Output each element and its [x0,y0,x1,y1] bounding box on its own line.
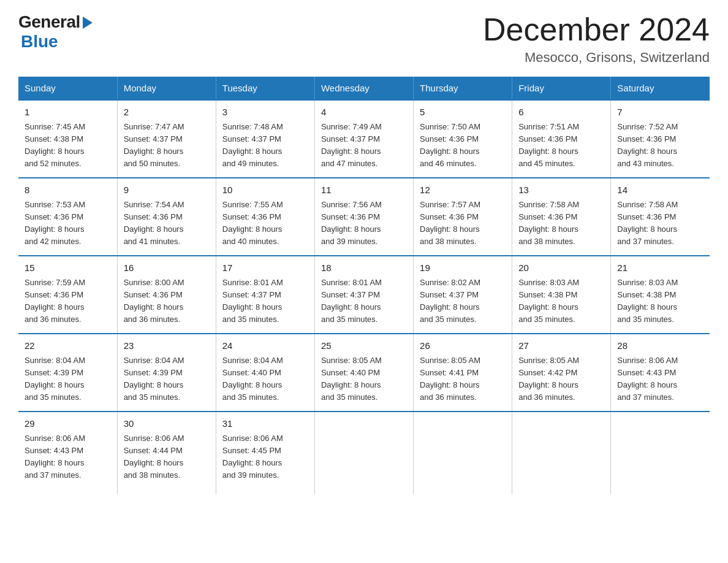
day-number: 22 [25,339,111,353]
day-number: 9 [124,183,210,197]
day-info: Sunrise: 8:00 AMSunset: 4:36 PMDaylight:… [124,277,210,326]
day-info: Sunrise: 8:04 AMSunset: 4:40 PMDaylight:… [222,354,308,404]
calendar-cell: 31Sunrise: 8:06 AMSunset: 4:45 PMDayligh… [216,412,314,494]
calendar-cell: 9Sunrise: 7:54 AMSunset: 4:36 PMDaylight… [117,178,216,256]
day-of-week-sunday: Sunday [18,77,117,100]
day-number: 6 [518,105,604,120]
calendar-cell: 13Sunrise: 7:58 AMSunset: 4:36 PMDayligh… [512,178,611,256]
logo-triangle-icon [83,17,93,29]
day-info: Sunrise: 7:50 AMSunset: 4:36 PMDaylight:… [420,121,506,170]
day-info: Sunrise: 8:03 AMSunset: 4:38 PMDaylight:… [617,277,703,326]
calendar-cell: 29Sunrise: 8:06 AMSunset: 4:43 PMDayligh… [18,412,117,494]
calendar-cell: 17Sunrise: 8:01 AMSunset: 4:37 PMDayligh… [216,256,314,334]
calendar-cell: 8Sunrise: 7:53 AMSunset: 4:36 PMDaylight… [18,178,117,256]
calendar-cell: 12Sunrise: 7:57 AMSunset: 4:36 PMDayligh… [414,178,512,256]
day-info: Sunrise: 8:06 AMSunset: 4:43 PMDaylight:… [25,432,111,482]
calendar-cell: 20Sunrise: 8:03 AMSunset: 4:38 PMDayligh… [512,256,611,334]
day-number: 24 [222,339,308,353]
day-info: Sunrise: 7:56 AMSunset: 4:36 PMDaylight:… [321,199,407,248]
calendar-cell: 2Sunrise: 7:47 AMSunset: 4:37 PMDaylight… [117,100,216,178]
day-info: Sunrise: 8:05 AMSunset: 4:40 PMDaylight:… [321,354,407,404]
calendar-cell: 21Sunrise: 8:03 AMSunset: 4:38 PMDayligh… [611,256,710,334]
calendar-cell: 16Sunrise: 8:00 AMSunset: 4:36 PMDayligh… [117,256,216,334]
day-info: Sunrise: 8:06 AMSunset: 4:44 PMDaylight:… [124,432,210,482]
calendar-cell: 10Sunrise: 7:55 AMSunset: 4:36 PMDayligh… [216,178,314,256]
calendar-cell: 15Sunrise: 7:59 AMSunset: 4:36 PMDayligh… [18,256,117,334]
title-area: December 2024 Mesocco, Grisons, Switzerl… [483,12,710,66]
day-number: 14 [617,183,703,197]
day-number: 26 [420,339,506,353]
calendar-cell: 14Sunrise: 7:58 AMSunset: 4:36 PMDayligh… [611,178,710,256]
days-of-week-row: SundayMondayTuesdayWednesdayThursdayFrid… [18,77,710,100]
day-info: Sunrise: 8:05 AMSunset: 4:42 PMDaylight:… [518,354,604,404]
day-number: 18 [321,261,407,275]
calendar-cell: 11Sunrise: 7:56 AMSunset: 4:36 PMDayligh… [314,178,413,256]
calendar-cell: 19Sunrise: 8:02 AMSunset: 4:37 PMDayligh… [414,256,512,334]
day-info: Sunrise: 7:54 AMSunset: 4:36 PMDaylight:… [124,199,210,248]
calendar-table: SundayMondayTuesdayWednesdayThursdayFrid… [18,77,710,494]
day-number: 2 [124,105,210,120]
page-title: December 2024 [483,12,710,47]
day-of-week-saturday: Saturday [611,77,710,100]
calendar-cell: 18Sunrise: 8:01 AMSunset: 4:37 PMDayligh… [314,256,413,334]
day-of-week-thursday: Thursday [414,77,512,100]
day-info: Sunrise: 7:57 AMSunset: 4:36 PMDaylight:… [420,199,506,248]
calendar-cell: 28Sunrise: 8:06 AMSunset: 4:43 PMDayligh… [611,334,710,412]
day-number: 20 [518,261,604,275]
day-number: 15 [25,261,111,275]
day-number: 12 [420,183,506,197]
day-number: 30 [124,417,210,431]
day-info: Sunrise: 7:48 AMSunset: 4:37 PMDaylight:… [222,121,308,170]
logo-general-text: General [18,12,80,32]
calendar-body: 1Sunrise: 7:45 AMSunset: 4:38 PMDaylight… [18,100,710,494]
day-info: Sunrise: 7:59 AMSunset: 4:36 PMDaylight:… [25,277,111,326]
page-subtitle: Mesocco, Grisons, Switzerland [483,50,710,66]
day-info: Sunrise: 7:51 AMSunset: 4:36 PMDaylight:… [518,121,604,170]
day-number: 1 [25,105,111,120]
day-of-week-wednesday: Wednesday [314,77,413,100]
day-number: 28 [617,339,703,353]
logo-blue-text: Blue [21,32,58,52]
day-number: 8 [25,183,111,197]
week-row-1: 1Sunrise: 7:45 AMSunset: 4:38 PMDaylight… [18,100,710,178]
calendar-cell [512,412,611,494]
day-number: 5 [420,105,506,120]
calendar-header: SundayMondayTuesdayWednesdayThursdayFrid… [18,77,710,100]
calendar-cell: 24Sunrise: 8:04 AMSunset: 4:40 PMDayligh… [216,334,314,412]
day-info: Sunrise: 7:55 AMSunset: 4:36 PMDaylight:… [222,199,308,248]
day-info: Sunrise: 7:58 AMSunset: 4:36 PMDaylight:… [518,199,604,248]
day-info: Sunrise: 8:06 AMSunset: 4:45 PMDaylight:… [222,432,308,482]
calendar-cell: 23Sunrise: 8:04 AMSunset: 4:39 PMDayligh… [117,334,216,412]
day-info: Sunrise: 7:47 AMSunset: 4:37 PMDaylight:… [124,121,210,170]
week-row-5: 29Sunrise: 8:06 AMSunset: 4:43 PMDayligh… [18,412,710,494]
day-number: 17 [222,261,308,275]
day-of-week-friday: Friday [512,77,611,100]
day-info: Sunrise: 7:52 AMSunset: 4:36 PMDaylight:… [617,121,703,170]
day-number: 11 [321,183,407,197]
calendar-cell: 25Sunrise: 8:05 AMSunset: 4:40 PMDayligh… [314,334,413,412]
header: General Blue December 2024 Mesocco, Gris… [18,12,710,66]
calendar-cell: 1Sunrise: 7:45 AMSunset: 4:38 PMDaylight… [18,100,117,178]
day-of-week-monday: Monday [117,77,216,100]
calendar-cell [611,412,710,494]
day-info: Sunrise: 7:53 AMSunset: 4:36 PMDaylight:… [25,199,111,248]
day-number: 3 [222,105,308,120]
day-number: 21 [617,261,703,275]
day-number: 4 [321,105,407,120]
calendar-cell [414,412,512,494]
day-info: Sunrise: 8:06 AMSunset: 4:43 PMDaylight:… [617,354,703,404]
calendar-cell: 5Sunrise: 7:50 AMSunset: 4:36 PMDaylight… [414,100,512,178]
day-number: 27 [518,339,604,353]
calendar-cell: 27Sunrise: 8:05 AMSunset: 4:42 PMDayligh… [512,334,611,412]
week-row-4: 22Sunrise: 8:04 AMSunset: 4:39 PMDayligh… [18,334,710,412]
day-number: 19 [420,261,506,275]
day-info: Sunrise: 8:01 AMSunset: 4:37 PMDaylight:… [321,277,407,326]
calendar-cell: 4Sunrise: 7:49 AMSunset: 4:37 PMDaylight… [314,100,413,178]
week-row-3: 15Sunrise: 7:59 AMSunset: 4:36 PMDayligh… [18,256,710,334]
day-number: 25 [321,339,407,353]
day-info: Sunrise: 8:03 AMSunset: 4:38 PMDaylight:… [518,277,604,326]
logo: General Blue [18,12,93,52]
day-number: 23 [124,339,210,353]
day-number: 31 [222,417,308,431]
week-row-2: 8Sunrise: 7:53 AMSunset: 4:36 PMDaylight… [18,178,710,256]
